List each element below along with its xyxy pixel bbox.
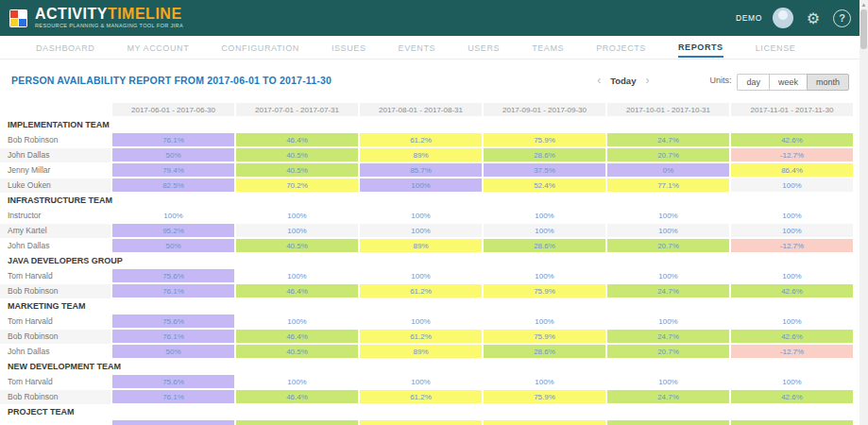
- nav-item-reports[interactable]: REPORTS: [678, 38, 723, 58]
- availability-cell: 42.6%: [731, 284, 853, 298]
- availability-cell: 100%: [731, 209, 853, 222]
- availability-cell: 89%: [360, 148, 482, 162]
- help-icon[interactable]: ?: [833, 9, 851, 27]
- app-logo[interactable]: ACTIVITYTIMELINE RESOURCE PLANNING & MAN…: [9, 7, 183, 29]
- person-name: Bob Robinson: [0, 390, 111, 404]
- availability-cell: 100%: [236, 375, 358, 388]
- availability-cell: 86.4%: [731, 163, 853, 177]
- availability-cell: 100%: [360, 269, 482, 282]
- person-row: John Dallas50%40.5%89%28.6%20.7%-12.7%: [0, 238, 853, 253]
- nav-item-users[interactable]: USERS: [468, 39, 500, 57]
- availability-cell: 46.4%: [236, 133, 358, 146]
- availability-cell: 61.2%: [360, 390, 482, 403]
- availability-cell: 75.9%: [484, 330, 605, 343]
- team-header-row: IMPLEMENTATION TEAM: [0, 117, 853, 132]
- user-name-label: DEMO: [736, 13, 762, 23]
- brand-timeline: TIMELINE: [108, 6, 182, 22]
- vertical-scrollbar[interactable]: ▲: [859, 0, 868, 425]
- availability-cell: 79.4%: [112, 163, 234, 177]
- nav-item-my-account[interactable]: MY ACCOUNT: [127, 39, 189, 57]
- nav: DASHBOARDMY ACCOUNTCONFIGURATIONISSUESEV…: [0, 36, 868, 60]
- availability-cell: 100%: [236, 224, 358, 237]
- availability-cell: [360, 420, 482, 425]
- scroll-up-arrow[interactable]: ▲: [859, 0, 868, 8]
- person-row: John Dallas50%40.5%89%28.6%20.7%-12.7%: [0, 344, 853, 359]
- table-header-row: 2017-06-01 - 2017-06-302017-07-01 - 2017…: [0, 102, 853, 117]
- units-label: Units:: [709, 76, 731, 85]
- team-name: NEW DEVELOPMENT TEAM: [0, 362, 853, 371]
- availability-cell: 61.2%: [360, 284, 482, 298]
- availability-cell: -12.7%: [731, 239, 853, 252]
- availability-cell: 24.7%: [607, 390, 729, 403]
- team-name: IMPLEMENTATION TEAM: [0, 120, 853, 129]
- availability-cell: 100%: [607, 269, 729, 282]
- next-period-button[interactable]: ›: [639, 74, 655, 87]
- availability-table: 2017-06-01 - 2017-06-302017-07-01 - 2017…: [0, 102, 853, 425]
- availability-cell: 40.5%: [236, 148, 358, 162]
- gear-icon[interactable]: ⚙: [804, 8, 823, 27]
- unit-button-month[interactable]: month: [807, 74, 849, 91]
- availability-cell: 46.4%: [236, 330, 358, 343]
- person-row-partial: [0, 419, 853, 425]
- nav-item-projects[interactable]: PROJECTS: [596, 39, 646, 57]
- availability-cell: [112, 420, 234, 425]
- unit-button-week[interactable]: week: [769, 74, 807, 91]
- availability-cell: 42.6%: [731, 133, 853, 146]
- availability-cell: 46.4%: [236, 284, 358, 298]
- availability-cell: 61.2%: [360, 330, 482, 343]
- availability-cell: 100%: [236, 269, 358, 282]
- availability-cell: [484, 420, 605, 425]
- availability-cell: 76.1%: [112, 330, 234, 343]
- availability-cell: 100%: [360, 178, 482, 192]
- person-name: Luke Ouken: [0, 178, 111, 193]
- availability-cell: 100%: [484, 314, 605, 328]
- availability-cell: [607, 420, 729, 425]
- avatar[interactable]: [773, 8, 793, 28]
- person-name: Amy Kartel: [0, 224, 111, 238]
- nav-item-teams[interactable]: TEAMS: [532, 39, 564, 57]
- person-row: Tom Harvald75.6%100%100%100%100%100%: [0, 314, 853, 329]
- availability-cell: 52.4%: [484, 178, 605, 192]
- availability-cell: 100%: [360, 224, 482, 237]
- nav-item-dashboard[interactable]: DASHBOARD: [36, 39, 94, 57]
- availability-cell: 100%: [112, 209, 234, 222]
- team-header-row: INFRASTRUCTURE TEAM: [0, 193, 853, 208]
- availability-cell: 61.2%: [360, 133, 482, 146]
- person-name: [0, 420, 111, 425]
- person-name: John Dallas: [0, 239, 111, 253]
- brand-activity: ACTIVITY: [35, 6, 108, 22]
- nav-item-license[interactable]: LICENSE: [756, 39, 796, 57]
- team-name: INFRASTRUCTURE TEAM: [0, 196, 853, 205]
- availability-cell: 50%: [112, 239, 234, 252]
- availability-cell: 75.9%: [484, 390, 605, 403]
- person-row: Bob Robinson76.1%46.4%61.2%75.9%24.7%42.…: [0, 329, 853, 344]
- team-header-row: MARKETING TEAM: [0, 298, 853, 314]
- availability-cell: 100%: [607, 224, 729, 237]
- scrollbar-thumb[interactable]: [860, 9, 867, 49]
- person-row: Bob Robinson76.1%46.4%61.2%75.9%24.7%42.…: [0, 283, 853, 298]
- nav-item-configuration[interactable]: CONFIGURATION: [221, 39, 299, 57]
- availability-cell: 77.1%: [607, 178, 729, 192]
- availability-cell: 50%: [112, 148, 234, 162]
- nav-item-events[interactable]: EVENTS: [399, 39, 436, 57]
- availability-cell: 76.1%: [112, 133, 234, 146]
- availability-cell: 28.6%: [484, 239, 605, 252]
- nav-item-issues[interactable]: ISSUES: [332, 39, 366, 57]
- person-name: Tom Harvald: [0, 314, 111, 329]
- availability-cell: 100%: [360, 375, 482, 388]
- availability-cell: -12.7%: [731, 148, 853, 162]
- person-row: Tom Harvald75.6%100%100%100%100%100%: [0, 268, 853, 283]
- availability-cell: 75.9%: [484, 133, 605, 146]
- brand-tagline: RESOURCE PLANNING & MANAGING TOOL FOR JI…: [35, 24, 183, 29]
- unit-button-day[interactable]: day: [737, 74, 769, 91]
- person-name: Tom Harvald: [0, 269, 111, 283]
- availability-cell: 28.6%: [484, 148, 605, 162]
- availability-cell: [236, 420, 358, 425]
- team-name: JAVA DEVELOPERS GROUP: [0, 256, 853, 265]
- today-button[interactable]: Today: [606, 76, 639, 86]
- availability-cell: 100%: [731, 375, 853, 388]
- availability-cell: 24.7%: [607, 330, 729, 343]
- availability-cell: 82.5%: [112, 178, 234, 192]
- person-row: Jenny Millar79.4%40.5%85.7%37.5%0%86.4%: [0, 162, 853, 178]
- prev-period-button[interactable]: ‹: [591, 74, 606, 87]
